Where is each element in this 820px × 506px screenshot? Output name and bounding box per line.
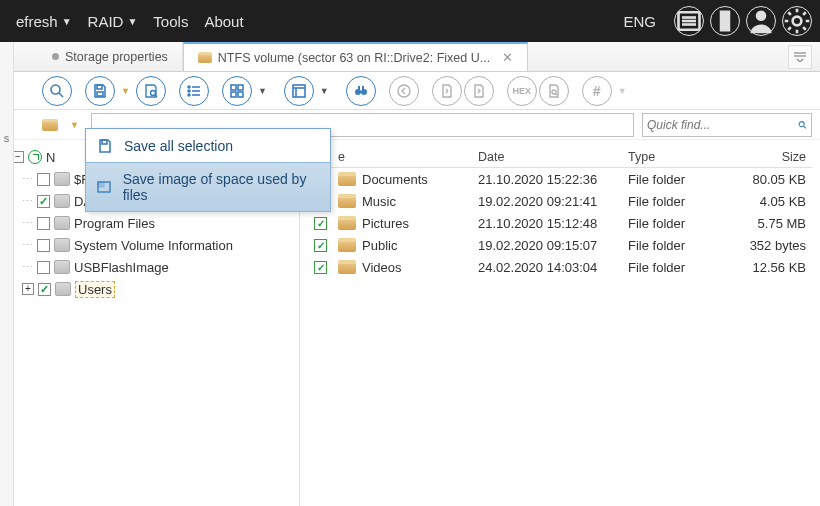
list-row[interactable]: Public19.02.2020 09:15:07File folder352 …	[308, 234, 812, 256]
svg-line-34	[555, 93, 557, 95]
checkbox[interactable]	[314, 261, 327, 274]
chevron-down-icon[interactable]: ▼	[254, 86, 271, 96]
gear-icon[interactable]	[782, 6, 812, 36]
file-type: File folder	[622, 238, 722, 253]
svg-rect-30	[358, 86, 360, 90]
list-row[interactable]: Videos24.02.2020 14:03:04File folder12.5…	[308, 256, 812, 278]
folder-icon	[55, 282, 71, 296]
tab-bar: Storage properties NTFS volume (sector 6…	[0, 42, 820, 72]
svg-rect-21	[231, 85, 236, 90]
tab-ntfs-volume[interactable]: NTFS volume (sector 63 on RI::Drive2: Fi…	[183, 42, 528, 71]
tree-connector: ⋯	[22, 195, 33, 208]
svg-point-17	[188, 94, 190, 96]
close-icon[interactable]: ✕	[502, 50, 513, 65]
tree-item[interactable]: ⋯USBFlashImage	[4, 256, 295, 278]
list-row[interactable]: Pictures21.10.2020 15:12:48File folder5.…	[308, 212, 812, 234]
svg-point-15	[188, 86, 190, 88]
toolbar: ▼ ▼ ▼ HEX # ▼	[0, 72, 820, 110]
tabs-overflow-button[interactable]	[788, 45, 812, 69]
hex-icon[interactable]: HEX	[507, 76, 537, 106]
menu-raid[interactable]: RAID▼	[80, 9, 146, 34]
list-row[interactable]: Music19.02.2020 09:21:41File folder4.05 …	[308, 190, 812, 212]
svg-point-16	[188, 90, 190, 92]
quick-find-input[interactable]	[647, 118, 798, 132]
menu-save-image-space[interactable]: Save image of space used by files	[85, 162, 331, 212]
checkbox[interactable]	[37, 217, 50, 230]
svg-rect-37	[102, 140, 107, 144]
checkbox[interactable]	[314, 217, 327, 230]
folder-icon	[338, 238, 356, 252]
svg-line-10	[59, 93, 63, 97]
checkbox[interactable]	[37, 173, 50, 186]
svg-rect-24	[238, 92, 243, 97]
chevron-down-icon[interactable]: ▼	[614, 86, 631, 96]
list-icon[interactable]	[179, 76, 209, 106]
svg-rect-12	[97, 92, 103, 96]
col-name[interactable]: e	[332, 150, 472, 164]
caret-icon: ▼	[62, 16, 72, 27]
file-type: File folder	[622, 216, 722, 231]
menu-refresh[interactable]: efresh▼	[8, 9, 80, 34]
doc-search-icon[interactable]	[539, 76, 569, 106]
doc-right-icon[interactable]	[464, 76, 494, 106]
menu-about[interactable]: About	[196, 9, 251, 34]
save-search-icon[interactable]	[136, 76, 166, 106]
tree-connector: ⋯	[22, 217, 33, 230]
menu-item-label: Save image of space used by files	[123, 171, 320, 203]
chevron-down-icon[interactable]: ▼	[66, 120, 83, 130]
menu-save-all-selection[interactable]: Save all selection	[86, 129, 330, 163]
file-date: 21.10.2020 15:12:48	[472, 216, 622, 231]
tree-item[interactable]: ⋯Program Files	[4, 212, 295, 234]
file-date: 24.02.2020 14:03:04	[472, 260, 622, 275]
grid-icon[interactable]	[222, 76, 252, 106]
folder-icon	[54, 238, 70, 252]
search-icon[interactable]	[798, 118, 807, 132]
menu-tools[interactable]: Tools	[145, 9, 196, 34]
checkbox[interactable]	[38, 283, 51, 296]
language-selector[interactable]: ENG	[611, 13, 668, 30]
dot-icon	[52, 53, 59, 60]
svg-rect-31	[362, 86, 364, 90]
hash-icon[interactable]: #	[582, 76, 612, 106]
folder-icon	[198, 52, 212, 63]
tree-item-label: USBFlashImage	[74, 260, 169, 275]
expand-icon[interactable]: +	[22, 283, 34, 295]
header-button-1[interactable]	[674, 6, 704, 36]
file-size: 4.05 KB	[722, 194, 812, 209]
main-menu-bar: efresh▼ RAID▼ Tools About ENG	[0, 0, 820, 42]
header-button-2[interactable]	[710, 6, 740, 36]
quick-find-box[interactable]	[642, 113, 812, 137]
svg-point-5	[756, 11, 767, 22]
disk-prev-icon[interactable]	[389, 76, 419, 106]
file-type: File folder	[622, 194, 722, 209]
tab-storage-properties[interactable]: Storage properties	[38, 42, 183, 71]
tree-item[interactable]: +Users	[4, 278, 295, 300]
checkbox[interactable]	[37, 195, 50, 208]
zoom-icon[interactable]	[42, 76, 72, 106]
save-icon	[96, 137, 114, 155]
save-icon[interactable]	[85, 76, 115, 106]
col-type[interactable]: Type	[622, 150, 722, 164]
checkbox[interactable]	[314, 239, 327, 252]
tree-item-label: Users	[75, 281, 115, 298]
tree-item[interactable]: ⋯System Volume Information	[4, 234, 295, 256]
user-icon[interactable]	[746, 6, 776, 36]
list-row[interactable]: Documents21.10.2020 15:22:36File folder8…	[308, 168, 812, 190]
tree-connector: ⋯	[22, 239, 33, 252]
chevron-down-icon[interactable]: ▼	[117, 86, 134, 96]
tab-label: Storage properties	[65, 50, 168, 64]
doc-left-icon[interactable]	[432, 76, 462, 106]
details-icon[interactable]	[284, 76, 314, 106]
binoculars-icon[interactable]	[346, 76, 376, 106]
file-name: Public	[362, 238, 397, 253]
chevron-down-icon[interactable]: ▼	[316, 86, 333, 96]
svg-rect-25	[293, 85, 305, 97]
svg-point-33	[552, 90, 556, 94]
checkbox[interactable]	[37, 239, 50, 252]
col-date[interactable]: Date	[472, 150, 622, 164]
file-date: 19.02.2020 09:21:41	[472, 194, 622, 209]
col-size[interactable]: Size	[722, 150, 812, 164]
folder-icon	[338, 172, 356, 186]
svg-point-6	[793, 17, 802, 26]
checkbox[interactable]	[37, 261, 50, 274]
